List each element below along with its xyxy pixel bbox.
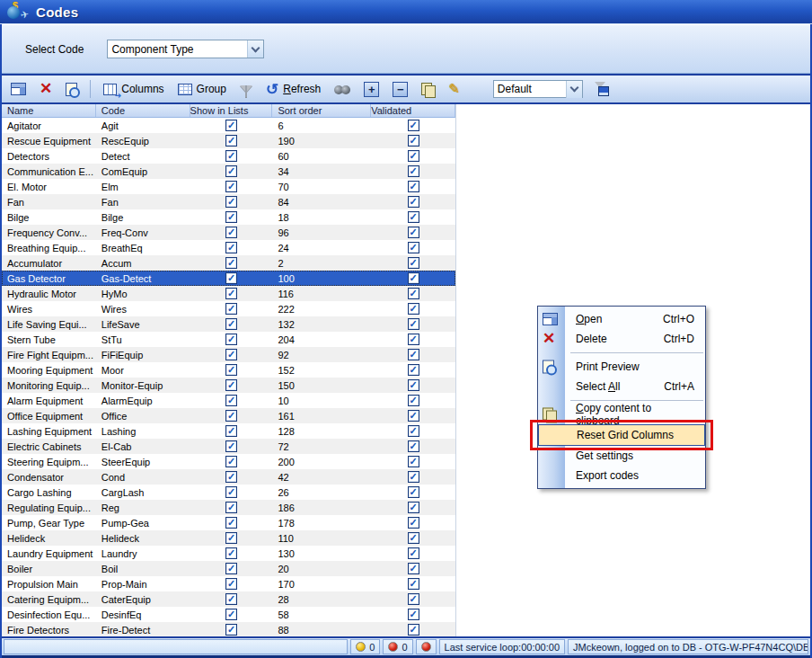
table-row[interactable]: BoilerBoil20 (2, 561, 455, 576)
checkbox-checked-icon[interactable] (225, 547, 237, 559)
open-button[interactable] (7, 80, 30, 98)
checkbox-checked-icon[interactable] (408, 440, 419, 452)
group-button[interactable]: Group (174, 80, 230, 98)
columns-button[interactable]: Columns (100, 80, 167, 98)
checkbox-checked-icon[interactable] (225, 257, 237, 269)
table-row[interactable]: Gas DetectorGas-Detect100 (2, 271, 455, 286)
menu-item-get-settings[interactable]: Get settings (538, 446, 705, 466)
checkbox-checked-icon[interactable] (225, 165, 237, 177)
table-row[interactable]: Cargo LashingCargLash26 (2, 485, 455, 500)
menu-item-export-codes[interactable]: Export codes (538, 466, 705, 485)
copy-button[interactable] (418, 80, 438, 99)
checkbox-checked-icon[interactable] (225, 471, 237, 483)
checkbox-checked-icon[interactable] (225, 288, 237, 299)
checkbox-checked-icon[interactable] (225, 517, 237, 529)
column-header[interactable]: Name (2, 104, 96, 117)
table-row[interactable]: BilgeBilge18 (2, 209, 455, 225)
table-row[interactable]: WiresWires222 (2, 301, 455, 316)
menu-item-select-all[interactable]: Select AllCtrl+A (538, 377, 705, 396)
checkbox-checked-icon[interactable] (225, 440, 237, 452)
checkbox-checked-icon[interactable] (408, 532, 419, 544)
checkbox-checked-icon[interactable] (408, 395, 419, 406)
checkbox-checked-icon[interactable] (408, 563, 419, 574)
table-row[interactable]: Desinfection Equ...DesinfEq58 (2, 607, 455, 622)
checkbox-checked-icon[interactable] (225, 120, 237, 131)
checkbox-checked-icon[interactable] (408, 272, 419, 284)
column-header[interactable]: Code (96, 104, 190, 117)
checkbox-checked-icon[interactable] (225, 272, 237, 284)
checkbox-checked-icon[interactable] (408, 609, 419, 620)
delete-button[interactable]: ✕ (36, 80, 56, 98)
column-header[interactable]: Validated (371, 104, 455, 117)
checkbox-checked-icon[interactable] (225, 364, 237, 376)
menu-item-print-preview[interactable]: Print Preview (538, 357, 705, 377)
checkbox-checked-icon[interactable] (225, 563, 237, 574)
menu-item-copy-content-to-clipboard[interactable]: Copy content to clipboard (538, 405, 705, 424)
checkbox-checked-icon[interactable] (408, 502, 419, 513)
select-code-dropdown-button[interactable] (247, 40, 263, 58)
table-row[interactable]: Fire Fight Equipm...FiFiEquip92 (2, 347, 455, 362)
checkbox-checked-icon[interactable] (225, 333, 237, 345)
table-row[interactable]: Lashing EquipmentLashing128 (2, 423, 455, 439)
edit-button[interactable]: ✎ (445, 80, 463, 98)
checkbox-checked-icon[interactable] (225, 395, 237, 406)
checkbox-checked-icon[interactable] (225, 593, 237, 605)
checkbox-checked-icon[interactable] (225, 486, 237, 498)
checkbox-checked-icon[interactable] (225, 196, 237, 208)
select-code-dropdown[interactable]: Component Type (107, 40, 264, 58)
table-row[interactable]: Communication E...ComEquip34 (2, 164, 455, 179)
table-row[interactable]: Catering Equipm...CaterEquip28 (2, 591, 455, 607)
checkbox-checked-icon[interactable] (225, 211, 237, 223)
checkbox-checked-icon[interactable] (408, 120, 419, 131)
checkbox-checked-icon[interactable] (408, 364, 419, 376)
table-row[interactable]: Frequency Conv...Freq-Conv96 (2, 225, 455, 240)
checkbox-checked-icon[interactable] (408, 456, 419, 467)
checkbox-checked-icon[interactable] (225, 303, 237, 315)
zoom-in-button[interactable]: + (360, 79, 383, 100)
checkbox-checked-icon[interactable] (225, 624, 237, 636)
column-header[interactable]: Show in Lists (190, 104, 273, 117)
table-row[interactable]: DetectorsDetect60 (2, 148, 455, 164)
checkbox-checked-icon[interactable] (408, 318, 419, 330)
table-row[interactable]: FanFan84 (2, 194, 455, 209)
table-row[interactable]: Mooring EquipmentMoor152 (2, 362, 455, 378)
checkbox-checked-icon[interactable] (225, 502, 237, 513)
checkbox-checked-icon[interactable] (408, 425, 419, 437)
checkbox-checked-icon[interactable] (225, 578, 237, 590)
checkbox-checked-icon[interactable] (408, 624, 419, 636)
save-filter-button[interactable] (589, 79, 613, 99)
checkbox-checked-icon[interactable] (408, 593, 419, 605)
table-row[interactable]: Fire DetectorsFire-Detect88 (2, 622, 455, 636)
layout-dropdown[interactable]: Default (493, 80, 583, 98)
table-row[interactable]: Steering Equipm...SteerEquip200 (2, 454, 455, 469)
checkbox-checked-icon[interactable] (408, 227, 419, 238)
checkbox-checked-icon[interactable] (225, 425, 237, 437)
checkbox-checked-icon[interactable] (225, 379, 237, 391)
table-row[interactable]: Laundry EquipmentLaundry130 (2, 546, 455, 561)
table-row[interactable]: CondensatorCond42 (2, 469, 455, 485)
zoom-out-button[interactable]: − (389, 79, 411, 100)
table-row[interactable]: AgitatorAgit6 (2, 118, 455, 133)
checkbox-checked-icon[interactable] (408, 410, 419, 422)
checkbox-checked-icon[interactable] (225, 349, 237, 360)
checkbox-checked-icon[interactable] (225, 181, 237, 192)
checkbox-checked-icon[interactable] (225, 135, 237, 147)
table-row[interactable]: Life Saving Equi...LifeSave132 (2, 316, 455, 332)
table-row[interactable]: HelideckHelideck110 (2, 530, 455, 546)
checkbox-checked-icon[interactable] (408, 578, 419, 590)
filter-button[interactable] (236, 83, 256, 95)
table-row[interactable]: Office EquipmentOffice161 (2, 408, 455, 423)
table-row[interactable]: Propulsion MainProp-Main170 (2, 576, 455, 591)
checkbox-checked-icon[interactable] (408, 379, 419, 391)
print-preview-button[interactable] (62, 80, 81, 99)
menu-item-reset-grid-columns[interactable]: Reset Grid Columns (538, 424, 705, 446)
table-row[interactable]: AccumulatorAccum2 (2, 255, 455, 271)
checkbox-checked-icon[interactable] (408, 333, 419, 345)
checkbox-checked-icon[interactable] (225, 318, 237, 330)
checkbox-checked-icon[interactable] (408, 181, 419, 192)
checkbox-checked-icon[interactable] (408, 349, 419, 360)
table-row[interactable]: Regulating Equip...Reg186 (2, 500, 455, 515)
checkbox-checked-icon[interactable] (408, 486, 419, 498)
checkbox-checked-icon[interactable] (225, 532, 237, 544)
table-row[interactable]: Hydraulic MotorHyMo116 (2, 286, 455, 301)
